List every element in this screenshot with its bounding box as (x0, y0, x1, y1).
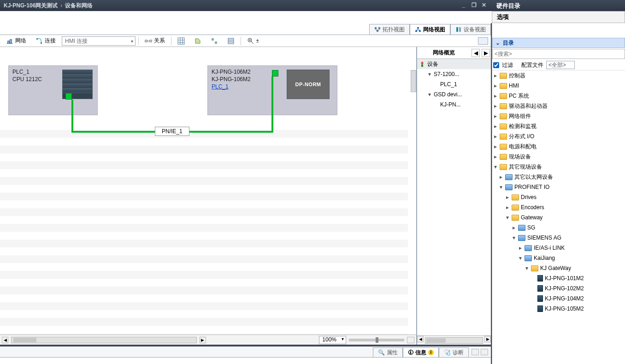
h-scrollbar[interactable] (11, 337, 197, 343)
folder-icon (512, 205, 519, 211)
svg-rect-5 (417, 27, 419, 29)
catalog-node-label: 其它以太网设备 (514, 173, 553, 181)
tab-topology-view[interactable]: 拓扑视图 (369, 24, 410, 35)
catalog-node-label: Drives (521, 194, 537, 200)
port-plc[interactable] (65, 93, 72, 100)
connect-icon (35, 37, 43, 45)
tab-diagnostics[interactable]: 🩺 诊断 (439, 347, 469, 357)
folder-icon (518, 235, 525, 241)
catalog-tree-node[interactable]: ▸ 其它以太网设备 (492, 172, 625, 182)
tool-label-icon[interactable] (191, 36, 205, 46)
svg-rect-0 (375, 27, 377, 29)
filter-checkbox[interactable] (493, 62, 499, 68)
overview-row[interactable]: PLC_1 (417, 79, 491, 89)
catalog-tree-node[interactable]: ▾ KJ GateWay (492, 263, 625, 273)
tree-arrow-icon: ▸ (518, 245, 523, 251)
lower-collapse-icon[interactable] (472, 349, 479, 355)
catalog-tree-node[interactable]: ▸ 分布式 I/O (492, 131, 625, 141)
folder-icon (500, 103, 507, 109)
profile-dropdown[interactable]: <全部> (546, 61, 575, 69)
scroll-right-icon[interactable]: ▶ (200, 337, 206, 343)
lower-expand-icon[interactable] (481, 349, 488, 355)
catalog-tree-node[interactable]: KJ-PNG-104M2 (492, 294, 625, 304)
catalog-tree-node[interactable]: ▾ 其它现场设备 (492, 162, 625, 172)
catalog-tree-node[interactable]: ▸ IE/AS-i LINK (492, 243, 625, 253)
overview-prev-icon[interactable]: ◀ (472, 49, 480, 57)
overview-row[interactable]: ▾ S7-1200... (417, 69, 491, 79)
tool-align-icon[interactable] (207, 36, 221, 46)
tree-arrow-icon: ▸ (493, 82, 498, 89)
ov-scroll-left-icon[interactable]: ◀ (417, 336, 424, 342)
vertical-thumb-icon[interactable] (411, 70, 416, 92)
overview-row[interactable]: KJ-PN... (417, 100, 491, 110)
catalog-section-header[interactable]: ⌄ 目录 (492, 38, 625, 48)
minimize-icon[interactable]: _ (460, 2, 468, 9)
catalog-tree-node[interactable]: ▸ HMI (492, 81, 625, 91)
tab-properties[interactable]: 🔍 属性 (373, 347, 403, 357)
catalog-tree-node[interactable]: KJ-PNG-102M2 (492, 283, 625, 294)
restore-icon[interactable]: ❐ (470, 2, 478, 9)
catalog-tree-node[interactable]: ▸ 网络组件 (492, 111, 625, 121)
catalog-node-label: Encoders (521, 204, 544, 211)
catalog-tree-node[interactable]: ▾ Gateway (492, 212, 625, 223)
catalog-tree-node[interactable]: ▸ 控制器 (492, 70, 625, 81)
close-icon[interactable]: ✕ (480, 2, 488, 9)
network-wire[interactable] (271, 76, 273, 133)
catalog-tree-node[interactable]: ▾ PROFINET IO (492, 182, 625, 192)
catalog-tree-node[interactable]: ▸ 现场设备 (492, 152, 625, 162)
catalog-tree-node[interactable]: ▸ SG (492, 223, 625, 233)
tab-info[interactable]: 🛈 信息 i (403, 347, 439, 357)
catalog-tree-node[interactable]: KJ-PNG-105M2 (492, 304, 625, 314)
zoom-slider[interactable] (349, 339, 404, 341)
folder-icon (531, 265, 538, 271)
tree-arrow-icon: ▸ (493, 133, 498, 140)
catalog-tree-node[interactable]: ▸ 驱动器和起动器 (492, 101, 625, 111)
catalog-node-label: PC 系统 (509, 92, 529, 100)
svg-rect-1 (378, 27, 380, 29)
device-plc[interactable]: PLC_1 CPU 1212C (8, 65, 98, 115)
canvas-footer: ◀ ▶ 100% (0, 335, 416, 345)
catalog-tree-node[interactable]: ▸ Encoders (492, 202, 625, 212)
catalog-tree-node[interactable]: ▸ 检测和监视 (492, 121, 625, 131)
network-name-label[interactable]: PN/IE_1 (155, 127, 189, 136)
catalog-search-input[interactable] (493, 50, 625, 58)
ov-h-scrollbar[interactable] (425, 337, 483, 344)
scroll-left-icon[interactable]: ◀ (2, 337, 8, 343)
tab-device-view[interactable]: 设备视图 (450, 24, 491, 35)
tree-arrow-icon: ▾ (493, 164, 498, 170)
catalog-node-label: 控制器 (509, 72, 525, 80)
svg-rect-9 (41, 42, 42, 44)
tab-network-view[interactable]: 网络视图 (410, 24, 450, 35)
network-wire[interactable] (71, 100, 73, 132)
tool-list-icon[interactable] (224, 36, 238, 46)
catalog-node-label: KJ-PNG-104M2 (545, 295, 584, 302)
relation-button[interactable]: 关系 (142, 35, 168, 46)
tool-grid-icon[interactable] (174, 36, 188, 46)
zoom-dropdown[interactable]: 100% (319, 336, 346, 344)
catalog-tree-node[interactable]: ▸ Drives (492, 192, 625, 202)
connection-type-dropdown[interactable]: HMI 连接 (62, 36, 136, 46)
ov-scroll-right-icon[interactable]: ▶ (484, 336, 491, 342)
overview-row[interactable]: ▾ GSD devi... (417, 89, 491, 100)
overview-map-icon[interactable] (407, 337, 414, 343)
catalog-tree-node[interactable]: ▸ 电源和配电 (492, 141, 625, 152)
network-canvas[interactable]: PLC_1 CPU 1212C KJ-PNG-106M2 KJ-PNG-106M… (0, 47, 417, 345)
filter-label: 过滤 (502, 61, 513, 69)
connect-button[interactable]: 连接 (32, 35, 59, 46)
catalog-node-label: 电源和配电 (509, 143, 537, 151)
lower-tabs: 🔍 属性 🛈 信息 i 🩺 诊断 (0, 346, 491, 358)
network-button[interactable]: 网络 (3, 35, 29, 46)
view-tabs: 拓扑视图 网络视图 设备视图 (0, 23, 491, 35)
tree-arrow-icon: ▾ (518, 255, 523, 261)
catalog-tree-node[interactable]: ▾ KaiJiang (492, 253, 625, 263)
catalog-tree-node[interactable]: KJ-PNG-101M2 (492, 273, 625, 283)
port-kj[interactable] (272, 70, 278, 76)
catalog-node-label: 现场设备 (509, 153, 531, 161)
overview-next-icon[interactable]: ▶ (482, 49, 490, 57)
zoom-tool-icon[interactable]: ± (244, 36, 262, 46)
hardware-catalog-title: 硬件目录 (492, 0, 625, 11)
catalog-tree-node[interactable]: ▸ PC 系统 (492, 91, 625, 101)
catalog-tree-node[interactable]: ▾ SIEMENS AG (492, 233, 625, 243)
panel-toggle-icon[interactable] (478, 37, 488, 45)
svg-rect-15 (228, 38, 234, 44)
